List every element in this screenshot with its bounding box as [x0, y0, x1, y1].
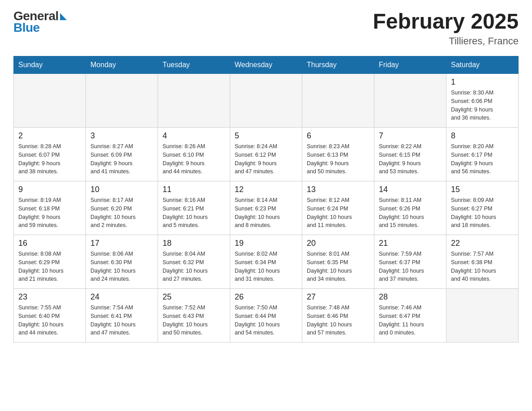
- day-info: Sunrise: 8:11 AM Sunset: 6:26 PM Dayligh…: [379, 196, 442, 230]
- day-number: 28: [379, 292, 442, 302]
- day-number: 2: [18, 131, 81, 141]
- day-info: Sunrise: 7:59 AM Sunset: 6:37 PM Dayligh…: [379, 250, 442, 283]
- day-info: Sunrise: 8:20 AM Sunset: 6:17 PM Dayligh…: [451, 142, 514, 176]
- calendar-cell: 9Sunrise: 8:19 AM Sunset: 6:18 PM Daylig…: [14, 181, 86, 235]
- logo-triangle-icon: [60, 13, 67, 20]
- page-header: General Blue February 2025 Tillieres, Fr…: [13, 9, 519, 47]
- day-number: 9: [18, 185, 81, 194]
- day-number: 6: [307, 131, 369, 141]
- calendar-cell: 1Sunrise: 8:30 AM Sunset: 6:06 PM Daylig…: [446, 74, 519, 128]
- weekday-header-thursday: Thursday: [302, 56, 374, 74]
- calendar-cell: 5Sunrise: 8:24 AM Sunset: 6:12 PM Daylig…: [230, 128, 302, 181]
- week-row-3: 9Sunrise: 8:19 AM Sunset: 6:18 PM Daylig…: [14, 181, 519, 235]
- day-info: Sunrise: 7:46 AM Sunset: 6:47 PM Dayligh…: [379, 304, 442, 337]
- calendar-cell: 24Sunrise: 7:54 AM Sunset: 6:41 PM Dayli…: [86, 289, 158, 342]
- week-row-4: 16Sunrise: 8:08 AM Sunset: 6:29 PM Dayli…: [14, 235, 519, 289]
- day-info: Sunrise: 8:19 AM Sunset: 6:18 PM Dayligh…: [18, 196, 81, 230]
- day-info: Sunrise: 7:50 AM Sunset: 6:44 PM Dayligh…: [235, 304, 297, 337]
- weekday-header-row: SundayMondayTuesdayWednesdayThursdayFrid…: [14, 56, 519, 74]
- calendar-cell: [374, 74, 446, 128]
- calendar-cell: 20Sunrise: 8:01 AM Sunset: 6:35 PM Dayli…: [302, 235, 374, 289]
- week-row-2: 2Sunrise: 8:28 AM Sunset: 6:07 PM Daylig…: [14, 128, 519, 181]
- day-number: 10: [90, 185, 153, 194]
- calendar-cell: 15Sunrise: 8:09 AM Sunset: 6:27 PM Dayli…: [446, 181, 519, 235]
- day-info: Sunrise: 7:52 AM Sunset: 6:43 PM Dayligh…: [163, 304, 225, 337]
- day-number: 15: [451, 185, 514, 194]
- logo-blue-text: Blue: [13, 21, 40, 35]
- day-number: 24: [90, 292, 153, 302]
- day-number: 7: [379, 131, 442, 141]
- day-info: Sunrise: 8:14 AM Sunset: 6:23 PM Dayligh…: [235, 196, 297, 230]
- day-number: 14: [379, 185, 442, 194]
- day-info: Sunrise: 8:23 AM Sunset: 6:13 PM Dayligh…: [307, 142, 369, 176]
- title-section: February 2025 Tillieres, France: [373, 9, 519, 47]
- calendar-title: February 2025: [373, 9, 519, 34]
- calendar-cell: 12Sunrise: 8:14 AM Sunset: 6:23 PM Dayli…: [230, 181, 302, 235]
- calendar-cell: 16Sunrise: 8:08 AM Sunset: 6:29 PM Dayli…: [14, 235, 86, 289]
- day-number: 22: [451, 239, 514, 248]
- weekday-header-friday: Friday: [374, 56, 446, 74]
- day-info: Sunrise: 8:16 AM Sunset: 6:21 PM Dayligh…: [163, 196, 225, 230]
- calendar-table: SundayMondayTuesdayWednesdayThursdayFrid…: [13, 56, 519, 342]
- day-info: Sunrise: 8:06 AM Sunset: 6:30 PM Dayligh…: [90, 250, 153, 283]
- day-info: Sunrise: 8:27 AM Sunset: 6:09 PM Dayligh…: [90, 142, 153, 176]
- day-number: 19: [235, 239, 297, 248]
- day-info: Sunrise: 7:54 AM Sunset: 6:41 PM Dayligh…: [90, 304, 153, 337]
- day-number: 25: [163, 292, 225, 302]
- calendar-cell: 2Sunrise: 8:28 AM Sunset: 6:07 PM Daylig…: [14, 128, 86, 181]
- day-info: Sunrise: 8:17 AM Sunset: 6:20 PM Dayligh…: [90, 196, 153, 230]
- day-info: Sunrise: 8:26 AM Sunset: 6:10 PM Dayligh…: [163, 142, 225, 176]
- day-info: Sunrise: 8:08 AM Sunset: 6:29 PM Dayligh…: [18, 250, 81, 283]
- day-number: 18: [163, 239, 225, 248]
- weekday-header-saturday: Saturday: [446, 56, 519, 74]
- calendar-cell: 14Sunrise: 8:11 AM Sunset: 6:26 PM Dayli…: [374, 181, 446, 235]
- calendar-cell: 21Sunrise: 7:59 AM Sunset: 6:37 PM Dayli…: [374, 235, 446, 289]
- calendar-cell: 13Sunrise: 8:12 AM Sunset: 6:24 PM Dayli…: [302, 181, 374, 235]
- day-number: 27: [307, 292, 369, 302]
- day-info: Sunrise: 8:22 AM Sunset: 6:15 PM Dayligh…: [379, 142, 442, 176]
- day-number: 23: [18, 292, 81, 302]
- calendar-cell: 4Sunrise: 8:26 AM Sunset: 6:10 PM Daylig…: [158, 128, 230, 181]
- calendar-cell: 3Sunrise: 8:27 AM Sunset: 6:09 PM Daylig…: [86, 128, 158, 181]
- calendar-cell: 28Sunrise: 7:46 AM Sunset: 6:47 PM Dayli…: [374, 289, 446, 342]
- calendar-cell: 19Sunrise: 8:02 AM Sunset: 6:34 PM Dayli…: [230, 235, 302, 289]
- calendar-cell: 8Sunrise: 8:20 AM Sunset: 6:17 PM Daylig…: [446, 128, 519, 181]
- day-number: 13: [307, 185, 369, 194]
- day-number: 3: [90, 131, 153, 141]
- weekday-header-sunday: Sunday: [14, 56, 86, 74]
- weekday-header-wednesday: Wednesday: [230, 56, 302, 74]
- day-info: Sunrise: 8:04 AM Sunset: 6:32 PM Dayligh…: [163, 250, 225, 283]
- calendar-cell: 7Sunrise: 8:22 AM Sunset: 6:15 PM Daylig…: [374, 128, 446, 181]
- weekday-header-monday: Monday: [86, 56, 158, 74]
- day-info: Sunrise: 8:09 AM Sunset: 6:27 PM Dayligh…: [451, 196, 514, 230]
- day-info: Sunrise: 7:48 AM Sunset: 6:46 PM Dayligh…: [307, 304, 369, 337]
- calendar-cell: 17Sunrise: 8:06 AM Sunset: 6:30 PM Dayli…: [86, 235, 158, 289]
- calendar-cell: [86, 74, 158, 128]
- day-number: 17: [90, 239, 153, 248]
- calendar-cell: 25Sunrise: 7:52 AM Sunset: 6:43 PM Dayli…: [158, 289, 230, 342]
- day-info: Sunrise: 8:01 AM Sunset: 6:35 PM Dayligh…: [307, 250, 369, 283]
- day-number: 20: [307, 239, 369, 248]
- day-info: Sunrise: 8:28 AM Sunset: 6:07 PM Dayligh…: [18, 142, 81, 176]
- day-number: 1: [451, 77, 514, 87]
- calendar-cell: [230, 74, 302, 128]
- calendar-cell: [302, 74, 374, 128]
- day-info: Sunrise: 8:24 AM Sunset: 6:12 PM Dayligh…: [235, 142, 297, 176]
- calendar-cell: 22Sunrise: 7:57 AM Sunset: 6:38 PM Dayli…: [446, 235, 519, 289]
- calendar-cell: [14, 74, 86, 128]
- week-row-1: 1Sunrise: 8:30 AM Sunset: 6:06 PM Daylig…: [14, 74, 519, 128]
- calendar-cell: [446, 289, 519, 342]
- day-number: 4: [163, 131, 225, 141]
- weekday-header-tuesday: Tuesday: [158, 56, 230, 74]
- calendar-cell: 26Sunrise: 7:50 AM Sunset: 6:44 PM Dayli…: [230, 289, 302, 342]
- calendar-cell: [158, 74, 230, 128]
- day-info: Sunrise: 7:57 AM Sunset: 6:38 PM Dayligh…: [451, 250, 514, 283]
- day-info: Sunrise: 8:30 AM Sunset: 6:06 PM Dayligh…: [451, 89, 514, 122]
- day-info: Sunrise: 8:02 AM Sunset: 6:34 PM Dayligh…: [235, 250, 297, 283]
- day-info: Sunrise: 7:55 AM Sunset: 6:40 PM Dayligh…: [18, 304, 81, 337]
- calendar-cell: 23Sunrise: 7:55 AM Sunset: 6:40 PM Dayli…: [14, 289, 86, 342]
- day-number: 21: [379, 239, 442, 248]
- day-number: 8: [451, 131, 514, 141]
- day-info: Sunrise: 8:12 AM Sunset: 6:24 PM Dayligh…: [307, 196, 369, 230]
- week-row-5: 23Sunrise: 7:55 AM Sunset: 6:40 PM Dayli…: [14, 289, 519, 342]
